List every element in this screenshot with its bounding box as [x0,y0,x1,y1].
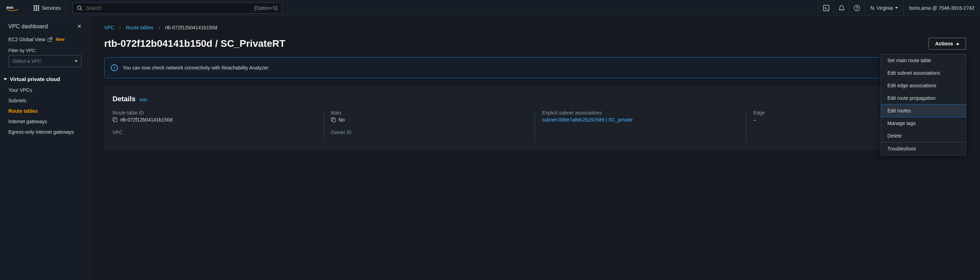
main-content: VPC › Route tables › rtb-072f12b04141b15… [90,16,980,280]
actions-dropdown: Set main route table Edit subnet associa… [881,54,966,155]
action-edit-subnet-associations[interactable]: Edit subnet associations [881,67,966,79]
account-label: boris.ama @ 7548-3916-2742 [909,5,974,11]
sidebar-item-internet-gateways[interactable]: Internet gateways [0,116,90,127]
copy-icon[interactable] [331,117,336,122]
breadcrumb-current: rtb-072f12b04141b150d [165,25,217,30]
svg-rect-9 [114,119,117,122]
main-value: No [339,117,345,123]
breadcrumb-vpc[interactable]: VPC [104,25,114,30]
cloudshell-button[interactable] [818,0,834,16]
edge-value: – [754,117,756,123]
sidebar-item-subnets[interactable]: Subnets [0,95,90,106]
route-table-id-value: rtb-072f12b04141b150d [120,117,172,123]
explicit-subnet-value[interactable]: subnet-00be7a8dc2b292589 | SC_private [542,117,633,123]
details-info-link[interactable]: Info [140,97,148,102]
sidebar-title[interactable]: VPC dashboard [8,24,48,30]
help-icon: ? [854,5,860,11]
global-search[interactable]: [Option+S] [72,2,282,14]
reachability-banner: i You can now check network connectivity… [104,57,966,78]
action-edit-routes[interactable]: Edit routes [881,104,966,117]
top-nav: aws Services [Option+S] ? N. Virginia bo… [0,0,980,16]
sidebar-item-your-vpcs[interactable]: Your VPCs [0,85,90,95]
sidebar-item-route-tables[interactable]: Route tables [0,106,90,116]
action-edit-route-propagation[interactable]: Edit route propagation [881,92,966,104]
breadcrumb-route-tables[interactable]: Route tables [126,25,153,30]
search-shortcut: [Option+S] [254,5,277,11]
grid-icon [33,5,39,11]
chevron-right-icon: › [119,24,121,31]
svg-text:aws: aws [6,5,13,9]
field-label-main: Main [331,110,528,115]
filter-label: Filter by VPC: [0,44,90,55]
copy-icon[interactable] [113,117,118,122]
external-link-icon [48,37,52,42]
close-icon[interactable]: × [77,22,81,30]
services-menu-button[interactable]: Services [29,0,66,16]
region-label: N. Virginia [870,5,892,11]
action-delete[interactable]: Delete [881,130,966,142]
field-label-explicit-subnet: Explicit subnet associations [542,110,739,115]
action-manage-tags[interactable]: Manage tags [881,117,966,130]
search-input[interactable] [86,5,251,11]
field-label-route-table-id: Route table ID [113,110,317,115]
caret-up-icon [956,43,959,45]
region-selector[interactable]: N. Virginia [864,0,903,16]
action-set-main-route-table[interactable]: Set main route table [881,54,966,67]
caret-down-icon [895,7,898,9]
svg-rect-11 [332,119,336,122]
search-icon [77,5,83,11]
info-icon: i [111,64,118,71]
bell-icon [838,5,845,11]
svg-point-1 [78,6,81,9]
banner-message: You can now check network connectivity w… [123,65,881,71]
field-label-owner-id: Owner ID [331,130,528,135]
action-troubleshoot[interactable]: Troubleshoot [881,142,966,155]
field-label-vpc: VPC [113,130,317,135]
vpc-filter-select[interactable]: Select a VPC [8,55,81,67]
details-heading: Details [113,95,135,103]
chevron-right-icon: › [158,24,160,31]
svg-line-2 [81,9,82,11]
cloudshell-icon [823,5,829,11]
ec2-global-view-link[interactable]: EC2 Global View New [0,35,90,44]
actions-button[interactable]: Actions [929,38,966,49]
details-panel: Details Info Route table ID rtb-072f12b0… [104,87,966,150]
page-title: rtb-072f12b04141b150d / SC_PrivateRT [104,38,285,49]
triangle-down-icon [3,78,7,80]
sidebar-item-egress-gateways[interactable]: Egress-only internet gateways [0,127,90,137]
breadcrumb: VPC › Route tables › rtb-072f12b04141b15… [104,24,966,31]
new-badge: New [56,37,65,42]
caret-down-icon [75,60,78,62]
svg-text:?: ? [856,6,858,10]
action-edit-edge-associations[interactable]: Edit edge associations [881,79,966,92]
aws-logo[interactable]: aws [0,5,29,11]
sidebar: VPC dashboard × EC2 Global View New Filt… [0,16,90,280]
notifications-button[interactable] [834,0,849,16]
services-label: Services [42,5,61,11]
account-menu[interactable]: boris.ama @ 7548-3916-2742 [904,0,980,16]
help-button[interactable]: ? [849,0,864,16]
sidebar-section-vpc[interactable]: Virtual private cloud [0,73,90,85]
